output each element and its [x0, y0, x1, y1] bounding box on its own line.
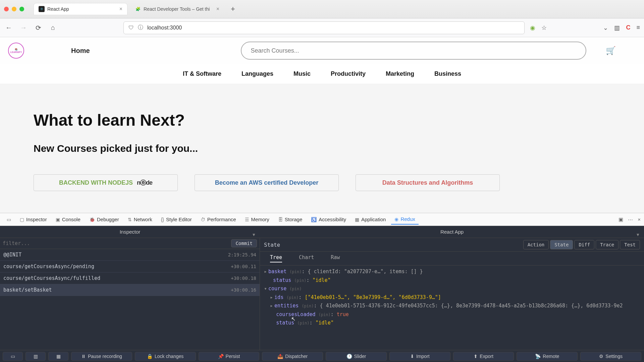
devtools-tab-application[interactable]: ▦Application [352, 215, 389, 224]
raw-view-tab[interactable]: Raw [331, 254, 340, 262]
lock-changes-button[interactable]: 🔒Lock changes [135, 352, 196, 361]
cart-icon[interactable]: 🛒 [606, 46, 616, 55]
site-header: 📚 LEARNIFY Home 🛒 [0, 37, 644, 64]
devtools-tab-network[interactable]: ⇅Network [124, 215, 156, 224]
course-card[interactable]: BACKEND WITH NODEJS nⓔde [34, 174, 178, 191]
category-link[interactable]: Productivity [331, 70, 366, 77]
layout-icon[interactable]: ▦ [48, 352, 68, 361]
devtools-tab-inspector[interactable]: ▢Inspector [16, 215, 50, 224]
action-row[interactable]: @@INIT 2:19:25.94 [0, 249, 260, 261]
export-button[interactable]: ⬆Export [453, 352, 514, 361]
back-button[interactable]: ← [4, 24, 13, 32]
logo-icon: 📚 [15, 48, 18, 51]
action-row[interactable]: course/getCoursesAsync/pending +30:00.11 [0, 261, 260, 273]
close-tab-icon[interactable]: × [119, 6, 122, 12]
home-link[interactable]: Home [71, 47, 90, 55]
state-tree[interactable]: ▸basket (pin): { clientId: "a2077207-e…"… [260, 265, 644, 350]
dispatcher-button[interactable]: 📤Dispatcher [262, 352, 323, 361]
section-title: New Courses picked just for you... [34, 143, 610, 154]
persist-button[interactable]: 📌Persist [199, 352, 260, 361]
layout-icon[interactable]: ▥ [25, 352, 46, 361]
tab-title: React Developer Tools – Get thi [144, 6, 210, 12]
browser-tab-active[interactable]: ⚛ React App × [34, 3, 127, 15]
minimize-window-icon[interactable] [12, 7, 16, 11]
view-tabs: Tree Chart Raw [260, 252, 644, 265]
tab-title: React App [47, 6, 69, 12]
maximize-window-icon[interactable] [19, 7, 24, 11]
course-card[interactable]: Become an AWS certified Developer [195, 174, 339, 191]
browser-tab[interactable]: 🧩 React Developer Tools – Get thi × [130, 3, 224, 15]
puzzle-favicon-icon: 🧩 [135, 6, 141, 12]
new-tab-button[interactable]: + [227, 5, 239, 13]
category-link[interactable]: Marketing [386, 70, 414, 77]
filter-row: Commit [0, 238, 260, 249]
search-input[interactable] [251, 47, 576, 54]
diff-tab-button[interactable]: Diff [574, 240, 594, 249]
window-controls [4, 7, 24, 11]
search-box[interactable] [241, 42, 586, 60]
devtools-right-controls: ▣ ⋯ × [619, 217, 641, 223]
logo[interactable]: 📚 LEARNIFY [8, 43, 24, 59]
action-row-selected[interactable]: basket/setBasket +30:00.16 [0, 284, 260, 296]
inspector-dropdown[interactable]: Inspector▾ [0, 229, 260, 235]
actions-pane: Commit @@INIT 2:19:25.94 course/getCours… [0, 238, 260, 350]
devtools-tab-console[interactable]: ▣Console [52, 215, 84, 224]
filter-input[interactable] [3, 240, 231, 246]
category-link[interactable]: Languages [241, 70, 273, 77]
devtools-tab-style[interactable]: {}Style Editor [158, 215, 195, 224]
devtools-panel: ▭ ▢Inspector ▣Console 🐞Debugger ⇅Network… [0, 213, 644, 362]
chevron-down-icon: ▾ [637, 232, 639, 238]
state-tab-button[interactable]: State [550, 240, 573, 249]
category-link[interactable]: Music [293, 70, 311, 77]
slider-button[interactable]: 🕐Slider [326, 352, 387, 361]
close-devtools-icon[interactable]: × [638, 217, 641, 223]
category-link[interactable]: IT & Software [183, 70, 221, 77]
address-bar[interactable]: 🛡 ⓘ localhost:3000 [123, 21, 525, 34]
chevron-down-icon: ▾ [253, 232, 255, 238]
pocket-icon[interactable]: ⌄ [603, 24, 608, 32]
nodejs-logo-icon: nⓔde [137, 179, 152, 187]
instance-dropdown[interactable]: React App▾ [260, 229, 644, 235]
import-button[interactable]: ⬇Import [389, 352, 450, 361]
devtools-tab-storage[interactable]: 🗄Storage [275, 215, 306, 224]
home-button[interactable]: ⌂ [48, 24, 58, 32]
devtools-tab-redux[interactable]: ◉Redux [391, 214, 418, 225]
extension-c-icon[interactable]: C [626, 24, 630, 32]
gear-icon: ⚙ [599, 354, 603, 359]
course-card[interactable]: Data Structures and Algorithms [356, 174, 500, 191]
extension-icon[interactable]: ◉ [530, 24, 535, 32]
action-row[interactable]: course/getCoursesAsync/fulfilled +30:00.… [0, 273, 260, 284]
download-icon: ⬇ [410, 354, 414, 359]
reader-icon[interactable]: ▥ [614, 24, 620, 32]
dock-icon[interactable]: ▣ [619, 217, 623, 223]
category-nav: IT & Software Languages Music Productivi… [0, 64, 644, 84]
layout-icon[interactable]: ▭ [3, 352, 23, 361]
devtools-picker-icon[interactable]: ▭ [3, 215, 14, 224]
pause-recording-button[interactable]: ⏸Pause recording [71, 352, 132, 361]
main-content: What to learn Next? New Courses picked j… [0, 84, 644, 191]
state-buttons: Action State Diff Trace Test [523, 240, 640, 249]
state-title: State [264, 242, 280, 248]
more-icon[interactable]: ⋯ [628, 217, 633, 223]
forward-button[interactable]: → [19, 24, 28, 32]
devtools-tab-accessibility[interactable]: ♿Accessibility [308, 215, 350, 224]
tree-view-tab[interactable]: Tree [270, 254, 282, 262]
url-text: localhost:3000 [147, 25, 182, 31]
close-tab-icon[interactable]: × [216, 6, 219, 12]
category-link[interactable]: Business [434, 70, 461, 77]
remote-button[interactable]: 📡Remote [517, 352, 578, 361]
devtools-tab-memory[interactable]: ☰Memory [241, 215, 273, 224]
menu-icon[interactable]: ≡ [636, 24, 640, 32]
reload-button[interactable]: ⟳ [34, 24, 43, 32]
action-tab-button[interactable]: Action [523, 240, 549, 249]
trace-tab-button[interactable]: Trace [596, 240, 619, 249]
devtools-tab-performance[interactable]: ⏱Performance [197, 215, 239, 224]
react-favicon-icon: ⚛ [39, 6, 45, 12]
chart-view-tab[interactable]: Chart [299, 254, 314, 262]
commit-button[interactable]: Commit [231, 239, 257, 247]
settings-button[interactable]: ⚙Settings [580, 352, 641, 361]
bookmark-icon[interactable]: ☆ [541, 24, 547, 32]
test-tab-button[interactable]: Test [620, 240, 640, 249]
close-window-icon[interactable] [4, 7, 9, 11]
devtools-tab-debugger[interactable]: 🐞Debugger [86, 215, 122, 224]
